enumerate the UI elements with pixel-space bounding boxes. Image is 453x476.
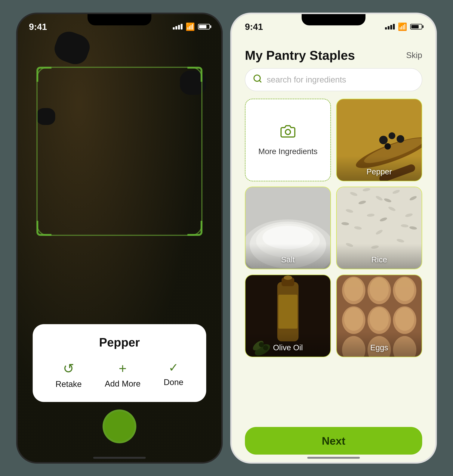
rice-card[interactable]: Rice bbox=[336, 187, 422, 269]
left-status-icons: 📶 bbox=[173, 22, 210, 31]
left-notch bbox=[87, 14, 151, 25]
search-icon bbox=[253, 74, 262, 86]
right-status-icons: 📶 bbox=[385, 22, 422, 31]
right-home-indicator bbox=[307, 457, 360, 459]
svg-point-9 bbox=[384, 143, 391, 149]
svg-point-2 bbox=[285, 130, 290, 135]
scan-result-title: Pepper bbox=[44, 335, 195, 349]
salt-label: Salt bbox=[281, 255, 295, 264]
more-ingredients-label: More Ingredients bbox=[258, 147, 317, 156]
corner-tl bbox=[36, 67, 51, 82]
left-home-indicator bbox=[93, 457, 146, 459]
svg-point-56 bbox=[370, 278, 389, 301]
signal-icon bbox=[173, 24, 183, 29]
pantry-header: My Pantry Staples Skip bbox=[232, 40, 435, 68]
svg-point-7 bbox=[389, 132, 395, 139]
done-icon: ✓ bbox=[169, 361, 179, 375]
battery-icon bbox=[198, 24, 210, 29]
add-more-label: Add More bbox=[105, 379, 141, 389]
add-more-card[interactable]: More Ingredients bbox=[245, 99, 331, 181]
svg-line-1 bbox=[259, 80, 261, 82]
svg-point-59 bbox=[370, 307, 389, 331]
right-signal-icon bbox=[385, 24, 395, 29]
corner-tr bbox=[187, 67, 202, 82]
retake-action[interactable]: ↺ Retake bbox=[55, 361, 82, 389]
svg-rect-40 bbox=[278, 295, 297, 329]
retake-icon: ↺ bbox=[63, 361, 74, 376]
search-bar[interactable]: search for ingredients bbox=[245, 68, 422, 91]
skip-button[interactable]: Skip bbox=[406, 50, 422, 60]
svg-point-55 bbox=[344, 278, 363, 301]
pepper-label-overlay: Pepper bbox=[337, 156, 422, 181]
svg-point-6 bbox=[379, 136, 388, 144]
right-time: 9:41 bbox=[245, 22, 263, 32]
rice-label: Rice bbox=[371, 255, 387, 264]
add-more-icon: + bbox=[119, 361, 127, 376]
page-title: My Pantry Staples bbox=[245, 48, 355, 63]
salt-card[interactable]: Salt bbox=[245, 187, 331, 269]
ingredients-grid-mid: Salt bbox=[232, 187, 435, 269]
pepper-card[interactable]: Pepper bbox=[336, 99, 422, 181]
salt-label-overlay: Salt bbox=[246, 244, 330, 269]
done-action[interactable]: ✓ Done bbox=[163, 361, 183, 387]
eggs-label-overlay: Eggs bbox=[337, 332, 422, 357]
right-phone: 9:41 📶 My Pantry Staples Skip bbox=[230, 13, 437, 464]
right-wifi-icon: 📶 bbox=[398, 22, 407, 31]
wifi-icon: 📶 bbox=[185, 22, 195, 31]
add-more-action[interactable]: + Add More bbox=[105, 361, 141, 389]
svg-point-58 bbox=[344, 307, 363, 331]
olive-oil-label: Olive Oil bbox=[273, 343, 303, 352]
ingredients-grid-bottom: Olive Oil bbox=[232, 274, 435, 410]
olive-oil-card[interactable]: Olive Oil bbox=[245, 274, 331, 357]
svg-point-39 bbox=[283, 275, 292, 280]
shutter-button[interactable] bbox=[103, 410, 136, 443]
pepper-label: Pepper bbox=[366, 167, 392, 176]
svg-point-60 bbox=[395, 307, 414, 331]
right-notch bbox=[302, 14, 366, 25]
scan-result-card: Pepper ↺ Retake + Add More ✓ Done bbox=[33, 324, 206, 402]
next-button[interactable]: Next bbox=[245, 427, 422, 454]
eggs-label: Eggs bbox=[370, 343, 388, 352]
rice-label-overlay: Rice bbox=[337, 244, 422, 269]
left-time: 9:41 bbox=[29, 22, 47, 32]
left-phone: 9:41 📶 Pepper ↺ Retake bbox=[16, 13, 223, 464]
corner-bl bbox=[36, 221, 51, 236]
scan-actions: ↺ Retake + Add More ✓ Done bbox=[44, 361, 195, 389]
retake-label: Retake bbox=[55, 379, 82, 389]
right-battery-icon bbox=[410, 24, 422, 29]
svg-point-57 bbox=[395, 278, 414, 301]
olive-oil-label-overlay: Olive Oil bbox=[246, 332, 330, 357]
ingredients-grid-top: More Ingredients Pepper bbox=[232, 99, 435, 181]
camera-icon bbox=[280, 124, 295, 143]
eggs-card[interactable]: Eggs bbox=[336, 274, 422, 357]
search-input[interactable]: search for ingredients bbox=[267, 75, 346, 84]
scanner-frame bbox=[36, 67, 202, 236]
right-content: My Pantry Staples Skip search for ingred… bbox=[232, 40, 435, 462]
done-label: Done bbox=[163, 377, 183, 387]
svg-point-8 bbox=[397, 135, 404, 143]
corner-br bbox=[187, 221, 202, 236]
